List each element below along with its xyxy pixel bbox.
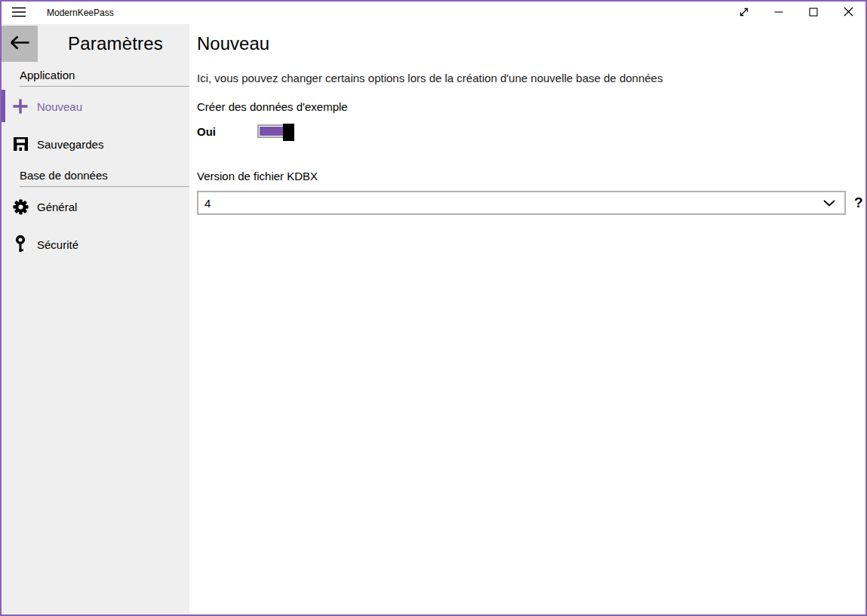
sidebar-item-sauvegardes[interactable]: Sauvegardes <box>2 126 189 162</box>
chevron-down-icon <box>823 196 835 210</box>
settings-sidebar: Paramètres Application Nouveau <box>2 24 189 614</box>
app-window: ModernKeePass <box>0 0 867 616</box>
sample-data-label: Créer des données d'exemple <box>197 100 865 113</box>
titlebar: ModernKeePass <box>2 2 865 24</box>
window-title: ModernKeePass <box>47 8 114 18</box>
page-title: Paramètres <box>68 33 163 54</box>
toggle-state-label: Oui <box>197 125 257 138</box>
kdbx-help-indicator[interactable]: ? <box>854 195 863 211</box>
sidebar-item-nouveau[interactable]: Nouveau <box>2 88 189 124</box>
sample-data-toggle-row: Oui <box>197 122 865 140</box>
sidebar-item-general[interactable]: Général <box>2 188 189 225</box>
close-button[interactable] <box>831 2 865 24</box>
sidebar-item-label: Nouveau <box>37 100 82 113</box>
fullscreen-icon <box>738 6 750 20</box>
toggle-knob[interactable] <box>283 124 294 141</box>
minimize-icon <box>774 8 783 19</box>
content-description: Ici, vous pouvez changer certains option… <box>197 72 865 84</box>
selected-accent-bar <box>2 90 5 122</box>
gear-icon <box>12 198 29 216</box>
save-icon <box>12 135 29 153</box>
fullscreen-button[interactable] <box>727 2 761 24</box>
kdbx-version-combobox[interactable]: 4 <box>197 191 846 215</box>
minimize-button[interactable] <box>761 2 796 24</box>
combobox-selected-value: 4 <box>204 197 823 210</box>
kdbx-version-row: 4 ? <box>197 191 865 215</box>
sidebar-item-label: Général <box>37 201 77 213</box>
sample-data-toggle[interactable] <box>257 124 292 138</box>
section-label-application: Application <box>20 69 189 87</box>
kdbx-version-label: Version de fichier KDBX <box>197 170 865 182</box>
maximize-icon <box>809 8 818 19</box>
hamburger-menu-button[interactable] <box>2 2 36 24</box>
plus-icon <box>12 97 29 115</box>
sidebar-item-label: Sauvegardes <box>37 138 103 151</box>
content-title: Nouveau <box>197 33 865 54</box>
back-button[interactable] <box>2 26 38 62</box>
hamburger-icon <box>12 7 26 20</box>
sidebar-item-label: Sécurité <box>37 238 78 251</box>
settings-content: Nouveau Ici, vous pouvez changer certain… <box>189 24 865 614</box>
section-label-base-de-donnees: Base de données <box>20 169 189 187</box>
back-arrow-icon <box>10 35 30 52</box>
key-icon <box>12 235 29 253</box>
maximize-button[interactable] <box>796 2 831 24</box>
sidebar-header: Paramètres <box>2 26 189 62</box>
app-body: Paramètres Application Nouveau <box>2 24 865 614</box>
close-icon <box>844 7 853 19</box>
sidebar-item-securite[interactable]: Sécurité <box>2 226 189 262</box>
